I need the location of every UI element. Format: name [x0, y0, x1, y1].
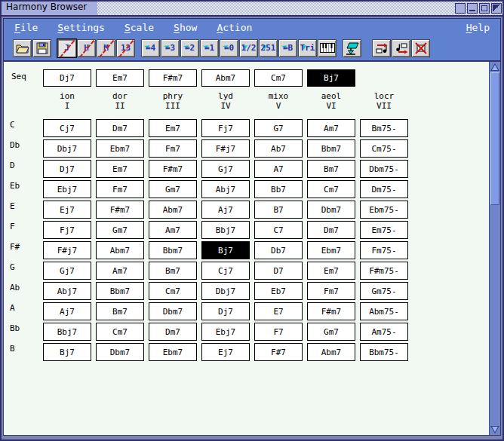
menu-file[interactable]: File — [14, 22, 38, 33]
voicing-button--3[interactable]: =3 — [161, 39, 180, 57]
voicing-button-1-2[interactable]: 1/2 — [239, 39, 258, 57]
chord-cell-e-b7[interactable]: B7 — [254, 201, 303, 219]
chord-cell-eb-abj7[interactable]: Abj7 — [201, 180, 250, 198]
titlebar[interactable]: Harmony Browser — [2, 2, 502, 17]
chord-cell-eb-dm75-[interactable]: Dm75- — [360, 180, 408, 198]
chord-cell-e-abm7[interactable]: Abm7 — [149, 201, 197, 219]
voicing-button-tri[interactable]: Tri — [298, 39, 317, 57]
chord-cell-g-bm7[interactable]: Bm7 — [149, 262, 197, 280]
chord-cell-a-dj7[interactable]: Dj7 — [201, 302, 250, 320]
chord-cell-g-cj7[interactable]: Cj7 — [201, 262, 250, 280]
chord-cell-g-fsharpm75-[interactable]: F#m75- — [360, 262, 408, 280]
chord-cell-f-dm7[interactable]: Dm7 — [307, 221, 355, 239]
chord-cell-a-abm75-[interactable]: Abm75- — [360, 302, 408, 320]
seq-chord-abm7[interactable]: Abm7 — [201, 69, 250, 87]
notation-toggle-13[interactable]: 13 — [116, 39, 135, 57]
chord-cell-c-bm75-[interactable]: Bm75- — [360, 119, 408, 137]
chord-cell-e-ej7[interactable]: Ej7 — [43, 201, 91, 219]
chord-cell-eb-cm7[interactable]: Cm7 — [307, 180, 355, 198]
chord-cell-db-ebm7[interactable]: Ebm7 — [96, 139, 144, 158]
chord-cell-g-d7[interactable]: D7 — [254, 262, 303, 280]
append-chord-button[interactable] — [392, 39, 410, 57]
voicing-button--1[interactable]: =1 — [200, 39, 219, 57]
seq-chord-dj7[interactable]: Dj7 — [43, 69, 91, 87]
seq-chord-cm7[interactable]: Cm7 — [254, 69, 303, 87]
chord-cell-fsharp-bj7[interactable]: Bj7 — [201, 241, 250, 259]
chord-cell-ab-bbm7[interactable]: Bbm7 — [96, 282, 144, 300]
chord-cell-db-ab7[interactable]: Ab7 — [254, 139, 303, 158]
chord-cell-eb-gm7[interactable]: Gm7 — [149, 180, 197, 198]
chord-cell-bb-am75-[interactable]: Am75- — [360, 323, 408, 341]
chord-cell-d-dj7[interactable]: Dj7 — [43, 160, 91, 178]
chord-cell-ab-cm7[interactable]: Cm7 — [149, 282, 197, 300]
chord-cell-eb-ebj7[interactable]: Ebj7 — [43, 180, 91, 198]
chord-cell-b-fsharp7[interactable]: F#7 — [254, 343, 303, 361]
scroll-up-arrow-icon[interactable] — [490, 62, 500, 72]
notation-toggle-h[interactable]: H — [77, 39, 96, 57]
chord-cell-a-aj7[interactable]: Aj7 — [43, 302, 91, 320]
chord-cell-ab-dbj7[interactable]: Dbj7 — [201, 282, 250, 300]
chord-cell-b-bbm75-[interactable]: Bbm75- — [360, 343, 408, 361]
voicing-button--0[interactable]: =0 — [220, 39, 238, 57]
chord-cell-fsharp-fm75-[interactable]: Fm75- — [360, 241, 408, 259]
chord-cell-b-bj7[interactable]: Bj7 — [43, 343, 91, 361]
chord-cell-c-cj7[interactable]: Cj7 — [43, 119, 91, 137]
notation-toggle-m[interactable]: M — [97, 39, 115, 57]
chord-cell-c-am7[interactable]: Am7 — [307, 119, 355, 137]
chord-cell-g-am7[interactable]: Am7 — [96, 262, 144, 280]
delete-chord-button[interactable] — [411, 39, 430, 57]
menu-scale[interactable]: Scale — [124, 22, 154, 33]
chord-cell-db-bbm7[interactable]: Bbm7 — [307, 139, 355, 158]
chord-cell-d-bm7[interactable]: Bm7 — [307, 160, 355, 178]
voicing-button--2[interactable]: =2 — [180, 39, 199, 57]
chord-cell-fsharp-fsharpj7[interactable]: F#j7 — [43, 241, 91, 259]
chord-cell-c-em7[interactable]: Em7 — [149, 119, 197, 137]
chord-cell-d-fsharpm7[interactable]: F#m7 — [149, 160, 197, 178]
open-file-button[interactable] — [13, 39, 32, 57]
chord-cell-c-dm7[interactable]: Dm7 — [96, 119, 144, 137]
chord-cell-c-g7[interactable]: G7 — [254, 119, 303, 137]
chord-cell-fsharp-abm7[interactable]: Abm7 — [96, 241, 144, 259]
chord-cell-f-am7[interactable]: Am7 — [149, 221, 197, 239]
chord-cell-a-e7[interactable]: E7 — [254, 302, 303, 320]
chord-cell-e-dbm7[interactable]: Dbm7 — [307, 201, 355, 219]
chord-cell-eb-fm7[interactable]: Fm7 — [96, 180, 144, 198]
chord-cell-bb-f7[interactable]: F7 — [254, 323, 303, 341]
chord-cell-bb-dm7[interactable]: Dm7 — [149, 323, 197, 341]
voicing-button--4[interactable]: =4 — [141, 39, 160, 57]
minimize-icon[interactable] — [467, 3, 478, 14]
chord-cell-bb-bbj7[interactable]: Bbj7 — [43, 323, 91, 341]
notation-toggle-j[interactable]: J — [57, 39, 76, 57]
chord-cell-d-dbm75-[interactable]: Dbm75- — [360, 160, 408, 178]
menu-action[interactable]: Action — [217, 22, 252, 33]
scrollbar-thumb[interactable] — [490, 72, 499, 205]
chord-cell-d-gj7[interactable]: Gj7 — [201, 160, 250, 178]
chord-cell-f-fj7[interactable]: Fj7 — [43, 221, 91, 239]
chord-cell-c-fj7[interactable]: Fj7 — [201, 119, 250, 137]
voicing-button-251[interactable]: 251 — [259, 39, 278, 57]
chord-cell-g-em7[interactable]: Em7 — [307, 262, 355, 280]
chord-cell-fsharp-db7[interactable]: Db7 — [254, 241, 303, 259]
chord-cell-e-aj7[interactable]: Aj7 — [201, 201, 250, 219]
chord-cell-eb-bb7[interactable]: Bb7 — [254, 180, 303, 198]
chord-cell-a-fsharpm7[interactable]: F#m7 — [307, 302, 355, 320]
menu-settings[interactable]: Settings — [57, 22, 105, 33]
chord-cell-g-gj7[interactable]: Gj7 — [43, 262, 91, 280]
voicing-button--b[interactable]: =B — [278, 39, 297, 57]
vertical-scrollbar[interactable] — [489, 62, 500, 435]
chord-cell-b-dbm7[interactable]: Dbm7 — [96, 343, 144, 361]
seq-chord-em7[interactable]: Em7 — [96, 69, 144, 87]
blank-button-icon[interactable] — [455, 3, 466, 14]
flip-sequence-button[interactable] — [343, 39, 361, 57]
seq-chord-bj7[interactable]: Bj7 — [307, 69, 355, 87]
chord-cell-a-dbm7[interactable]: Dbm7 — [149, 302, 197, 320]
chord-cell-db-fsharpj7[interactable]: F#j7 — [201, 139, 250, 158]
scroll-down-arrow-icon[interactable] — [490, 424, 500, 435]
insert-chord-button[interactable] — [372, 39, 391, 57]
save-file-button[interactable] — [32, 39, 51, 57]
chord-cell-db-dbj7[interactable]: Dbj7 — [43, 139, 91, 158]
chord-cell-d-a7[interactable]: A7 — [254, 160, 303, 178]
chord-cell-f-em75-[interactable]: Em75- — [360, 221, 408, 239]
chord-cell-fsharp-bbm7[interactable]: Bbm7 — [149, 241, 197, 259]
chord-cell-b-abm7[interactable]: Abm7 — [307, 343, 355, 361]
